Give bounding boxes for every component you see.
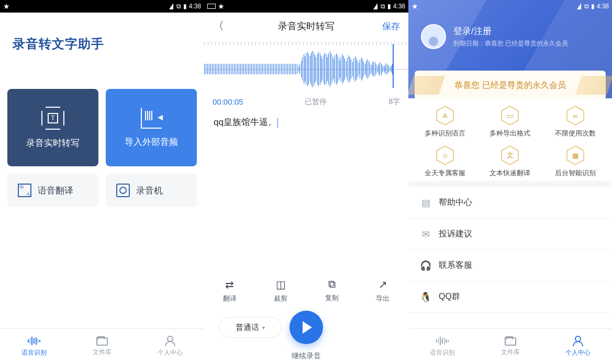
playhead-icon [393, 44, 394, 88]
avatar-icon [421, 24, 446, 49]
menu-qq[interactable]: 🐧 QQ群 [408, 281, 612, 313]
word-count: 8字 [388, 97, 400, 107]
network-off-icon: ⧉ [381, 3, 385, 10]
hex-icon: A [436, 108, 454, 123]
user-icon [572, 336, 584, 346]
import-audio-icon [141, 108, 162, 129]
feature-label: 后台智能识别 [555, 168, 596, 178]
card-voice-translate[interactable]: 语音翻译 [7, 174, 98, 207]
tool-label: 导出 [376, 294, 390, 303]
expire-row: 到期日期：恭喜您 已经是尊贵的永久会员 [453, 39, 568, 48]
nav-voice[interactable]: 语音识别 [408, 329, 476, 364]
login-link[interactable]: 登录/注册 [453, 25, 568, 37]
tool-label: 裁剪 [274, 294, 287, 303]
star-icon: ★ [218, 2, 225, 10]
menu-help[interactable]: ▤ 帮助中心 [408, 187, 612, 219]
elapsed-time: 00:00:05 [213, 97, 243, 107]
nav-me[interactable]: 个人中心 [136, 329, 204, 364]
play-icon [303, 321, 312, 334]
text-frame-icon: T [41, 107, 64, 130]
transcript-content: qq皇族馆牛逼。 [214, 117, 277, 127]
hex-icon: ▭ [501, 108, 519, 123]
bottom-nav: 语音识别 文件库 个人中心 [0, 328, 204, 364]
screen-transcribe: ★ ⧉ ▮ 4:38 〈 录音实时转写 保存 00:00:05 已暂停 8字 q… [204, 0, 408, 364]
trim-icon: ◫ [276, 278, 286, 291]
profile-text: 登录/注册 到期日期：恭喜您 已经是尊贵的永久会员 [453, 25, 568, 48]
waveform-quiet [204, 64, 298, 74]
battery-icon: ▮ [387, 3, 391, 10]
status-time: 4:38 [393, 3, 405, 10]
expire-label: 到期日期： [453, 40, 485, 47]
feature-label: 多种导出格式 [489, 129, 530, 138]
status-bar: ★ ⧉ ▮ 4:38 [0, 0, 204, 13]
card-recorder[interactable]: 录音机 [106, 174, 197, 207]
translate-icon [18, 184, 31, 197]
status-bar: ★ ⧉ ▮ 4:38 [408, 0, 612, 13]
feature-label: 不限使用次数 [555, 129, 596, 138]
feature-badges: A 多种识别语言 ▭ 多种导出格式 ∞ 不限使用次数 ☺ 全天专属客服 [408, 98, 612, 181]
save-button[interactable]: 保存 [382, 20, 400, 32]
app-title-block: 录音转文字助手 [0, 13, 204, 58]
star-icon: ★ [411, 2, 418, 10]
signal-icon [577, 3, 581, 9]
time-ruler [204, 42, 408, 45]
back-button[interactable]: 〈 [213, 18, 224, 34]
card-realtime-transcribe[interactable]: T 录音实时转写 [7, 89, 98, 166]
feature-label: 文本快速翻译 [489, 168, 530, 178]
waveform-icon [436, 336, 449, 346]
status-time: 4:38 [189, 3, 201, 10]
page-header: 〈 录音实时转写 保存 [204, 13, 408, 40]
profile-row[interactable]: 登录/注册 到期日期：恭喜您 已经是尊贵的永久会员 [408, 9, 612, 49]
nav-files[interactable]: 文件库 [476, 329, 544, 364]
nav-label: 文件库 [93, 348, 112, 357]
menu-contact[interactable]: 🎧 联系客服 [408, 250, 612, 281]
menu-label: 投诉建议 [439, 229, 472, 240]
tool-label: 复制 [325, 293, 339, 303]
tool-copy[interactable]: ⧉ 复制 [325, 278, 339, 303]
expire-value: 恭喜您 已经是尊贵的永久会员 [485, 40, 568, 47]
recorder-icon [116, 184, 130, 197]
banner-text: 恭喜您 已经是尊贵的永久会员 [454, 80, 565, 91]
hex-icon: 文 [501, 147, 519, 163]
nav-files[interactable]: 文件库 [68, 329, 136, 364]
nav-voice[interactable]: 语音识别 [0, 329, 68, 364]
hex-icon: ▦ [566, 147, 584, 163]
vip-banner[interactable]: 恭喜您 已经是尊贵的永久会员 [415, 71, 606, 98]
feature-unlimited: ∞ 不限使用次数 [543, 108, 608, 138]
nav-label: 个人中心 [565, 348, 591, 357]
menu-feedback[interactable]: ✉ 投诉建议 [408, 219, 612, 250]
feature-label: 多种识别语言 [425, 129, 465, 138]
settings-list: ▤ 帮助中心 ✉ 投诉建议 🎧 联系客服 🐧 QQ群 [408, 181, 612, 313]
language-select[interactable]: 普通话 ▾ [219, 317, 282, 338]
tool-export[interactable]: ↗ 导出 [376, 278, 390, 303]
page-title: 录音实时转写 [278, 20, 335, 32]
language-label: 普通话 [236, 323, 259, 333]
export-icon: ↗ [379, 278, 387, 291]
tool-trim[interactable]: ◫ 裁剪 [274, 278, 287, 303]
nav-label: 语音识别 [430, 348, 455, 357]
feedback-icon: ✉ [420, 229, 431, 240]
card-label: 语音翻译 [38, 185, 73, 197]
menu-label: 帮助中心 [439, 197, 472, 208]
feature-support: ☺ 全天专属客服 [413, 147, 477, 178]
tool-row: ⇄ 翻译 ◫ 裁剪 ⧉ 复制 ↗ 导出 [204, 276, 408, 303]
network-off-icon: ⧉ [176, 3, 181, 10]
card-import-audio[interactable]: 导入外部音频 [106, 89, 197, 166]
signal-icon [169, 3, 173, 9]
menu-label: QQ群 [439, 291, 460, 302]
tool-translate[interactable]: ⇄ 翻译 [223, 278, 237, 303]
chevron-down-icon: ▾ [262, 325, 265, 331]
battery-icon: ▮ [183, 3, 187, 10]
status-time: 4:38 [597, 3, 609, 10]
screen-profile: ★ ⧉ ▮ 4:38 登录/注册 到期日期：恭喜您 已经是尊贵的永久会员 恭喜您… [408, 0, 612, 364]
transcript-text[interactable]: qq皇族馆牛逼。 [204, 112, 408, 276]
headset-icon: 🎧 [420, 260, 431, 271]
record-resume-button[interactable] [290, 311, 323, 344]
signal-icon [373, 3, 377, 9]
meta-row: 00:00:05 已暂停 8字 [204, 92, 408, 112]
nav-me[interactable]: 个人中心 [544, 329, 612, 364]
waveform-display[interactable] [204, 40, 408, 92]
card-label: 录音实时转写 [26, 137, 80, 149]
feature-fast-translate: 文 文本快速翻译 [477, 147, 542, 178]
feature-export: ▭ 多种导出格式 [477, 108, 542, 138]
